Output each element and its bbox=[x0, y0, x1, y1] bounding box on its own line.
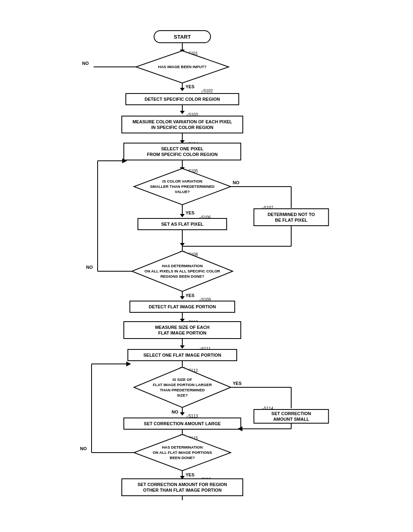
svg-text:THAN PREDETERMINED: THAN PREDETERMINED bbox=[160, 388, 205, 392]
svg-text:SET CORRECTION AMOUNT FOR REGI: SET CORRECTION AMOUNT FOR REGION bbox=[138, 482, 227, 487]
flowchart-complete: START┌S101HAS IMAGE BEEN INPUT?NOYES┌S10… bbox=[61, 25, 352, 500]
svg-marker-182 bbox=[180, 345, 185, 349]
svg-text:YES: YES bbox=[186, 293, 194, 298]
page: START ⌐S101 HAS IMAGE BEEN INPUT? NO YES… bbox=[0, 0, 413, 532]
svg-text:SET AS FLAT PIXEL: SET AS FLAT PIXEL bbox=[161, 222, 204, 227]
svg-text:YES: YES bbox=[186, 472, 194, 477]
svg-rect-143 bbox=[254, 209, 329, 226]
svg-text:NO: NO bbox=[172, 409, 179, 414]
svg-text:YES: YES bbox=[186, 84, 194, 89]
svg-text:NO: NO bbox=[80, 446, 87, 451]
svg-text:START: START bbox=[174, 34, 191, 40]
svg-marker-170 bbox=[180, 296, 185, 299]
svg-text:DETERMINED NOT TO: DETERMINED NOT TO bbox=[267, 212, 315, 217]
svg-text:ON ALL FLAT IMAGE PORTIONS: ON ALL FLAT IMAGE PORTIONS bbox=[152, 450, 212, 455]
svg-text:YES: YES bbox=[186, 210, 194, 215]
svg-text:SET CORRECTION: SET CORRECTION bbox=[271, 411, 311, 416]
svg-text:MEASURE COLOR VARIATION OF EAC: MEASURE COLOR VARIATION OF EACH PIXEL bbox=[132, 119, 232, 124]
svg-marker-221 bbox=[126, 362, 131, 366]
svg-text:YES: YES bbox=[233, 381, 242, 386]
svg-text:FROM SPECIFIC COLOR REGION: FROM SPECIFIC COLOR REGION bbox=[147, 152, 217, 157]
svg-marker-115 bbox=[180, 88, 185, 91]
svg-text:REGIONS BEEN DONE?: REGIONS BEEN DONE? bbox=[161, 274, 204, 278]
svg-text:MEASURE SIZE OF EACH: MEASURE SIZE OF EACH bbox=[155, 325, 209, 330]
svg-marker-202 bbox=[180, 412, 185, 416]
svg-rect-123 bbox=[122, 116, 243, 133]
svg-text:SET CORRECTION AMOUNT LARGE: SET CORRECTION AMOUNT LARGE bbox=[144, 421, 221, 426]
svg-rect-129 bbox=[124, 143, 241, 160]
svg-text:DETECT FLAT IMAGE PORTION: DETECT FLAT IMAGE PORTION bbox=[149, 304, 216, 309]
svg-text:SELECT ONE FLAT IMAGE PORTION: SELECT ONE FLAT IMAGE PORTION bbox=[144, 353, 221, 357]
svg-text:SIZE?: SIZE? bbox=[177, 393, 188, 397]
svg-text:HAS DETERMINATION: HAS DETERMINATION bbox=[162, 264, 202, 268]
svg-text:NO: NO bbox=[233, 180, 240, 185]
svg-text:IS SIZE OF: IS SIZE OF bbox=[173, 377, 192, 382]
svg-marker-121 bbox=[180, 111, 185, 114]
header-date-sheet bbox=[204, 8, 209, 15]
svg-text:ON ALL PIXELS IN ALL SPECIFIC : ON ALL PIXELS IN ALL SPECIFIC COLOR bbox=[144, 269, 220, 273]
svg-text:IS COLOR VARIATION: IS COLOR VARIATION bbox=[162, 179, 202, 183]
svg-marker-155 bbox=[180, 243, 185, 246]
svg-text:VALUE?: VALUE? bbox=[175, 189, 190, 194]
svg-text:HAS IMAGE BEEN INPUT?: HAS IMAGE BEEN INPUT? bbox=[158, 64, 206, 69]
svg-text:BEEN DONE?: BEEN DONE? bbox=[170, 455, 195, 460]
svg-text:FLAT IMAGE PORTION LARGER: FLAT IMAGE PORTION LARGER bbox=[153, 382, 212, 387]
svg-marker-149 bbox=[180, 214, 185, 217]
svg-text:┌S102: ┌S102 bbox=[200, 89, 213, 94]
svg-text:NO: NO bbox=[86, 265, 93, 270]
svg-rect-226 bbox=[122, 479, 243, 496]
page-header bbox=[16, 8, 397, 17]
svg-text:NO: NO bbox=[82, 61, 89, 66]
svg-text:IN SPECIFIC COLOR REGION: IN SPECIFIC COLOR REGION bbox=[151, 125, 213, 130]
svg-text:HAS DETERMINATION: HAS DETERMINATION bbox=[162, 445, 202, 449]
svg-text:SMALLER THAN PREDETERMINED: SMALLER THAN PREDETERMINED bbox=[150, 184, 215, 189]
svg-text:AMOUNT SMALL: AMOUNT SMALL bbox=[273, 417, 309, 422]
svg-rect-178 bbox=[124, 322, 241, 339]
svg-text:BE FLAT PIXEL: BE FLAT PIXEL bbox=[275, 218, 308, 222]
svg-text:DETECT SPECIFIC COLOR REGION: DETECT SPECIFIC COLOR REGION bbox=[144, 97, 220, 102]
svg-text:OTHER THAN FLAT IMAGE PORTION: OTHER THAN FLAT IMAGE PORTION bbox=[143, 488, 222, 493]
svg-text:FLAT IMAGE PORTION: FLAT IMAGE PORTION bbox=[158, 330, 206, 335]
svg-text:SELECT ONE PIXEL: SELECT ONE PIXEL bbox=[161, 146, 203, 151]
